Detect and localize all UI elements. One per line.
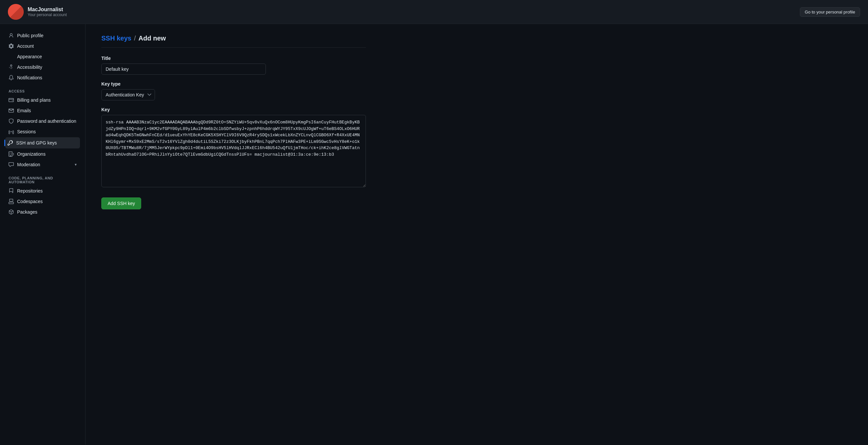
sidebar-item-label: Repositories (17, 188, 43, 194)
sidebar-section-code: Code, planning, and automation (5, 172, 80, 186)
sidebar-item-label: Organizations (17, 151, 45, 157)
sidebar-section-access: Access (5, 85, 80, 95)
key-type-field-group: Key type Authentication Key Signing Key (101, 81, 366, 100)
sidebar-item-password[interactable]: Password and authentication (5, 116, 80, 126)
breadcrumb: SSH keys / Add new (101, 35, 366, 48)
layout: Public profile Account Appearance (0, 24, 868, 445)
sidebar-item-label: Notifications (17, 75, 42, 80)
sidebar-item-organizations[interactable]: Organizations (5, 149, 80, 159)
breadcrumb-current: Add new (138, 35, 166, 42)
title-label: Title (101, 56, 366, 61)
sidebar-item-label: Codespaces (17, 199, 43, 204)
add-ssh-key-button[interactable]: Add SSH key (101, 198, 141, 209)
key-type-label: Key type (101, 81, 366, 87)
sidebar-item-public-profile[interactable]: Public profile (5, 31, 80, 40)
sidebar-item-ssh-gpg[interactable]: SSH and GPG keys (5, 137, 80, 148)
sidebar-access-nav: Billing and plans Emails Password and au… (5, 95, 80, 170)
sidebar-item-label: Password and authentication (17, 118, 76, 124)
sidebar-code-nav: Repositories Codespaces Packages (5, 186, 80, 217)
sidebar-item-label: Account (17, 43, 34, 49)
person-icon (8, 33, 14, 38)
sidebar-item-account[interactable]: Account (5, 41, 80, 51)
codespaces-icon (8, 199, 14, 204)
avatar (8, 4, 24, 20)
sidebar-item-moderation[interactable]: Moderation ▾ (5, 160, 80, 170)
sidebar-item-label: Moderation (17, 162, 40, 167)
sidebar-item-label: Emails (17, 108, 31, 113)
key-icon (7, 140, 13, 146)
mail-icon (8, 108, 14, 113)
credit-card-icon (8, 97, 14, 103)
title-input[interactable] (101, 63, 266, 75)
account-info: MacJournalist Your personal account (28, 7, 67, 17)
bell-icon (8, 75, 14, 80)
key-label: Key (101, 107, 366, 112)
sidebar-item-accessibility[interactable]: Accessibility (5, 62, 80, 72)
key-type-select[interactable]: Authentication Key Signing Key (101, 89, 155, 100)
org-icon (8, 151, 14, 157)
goto-profile-button[interactable]: Go to your personal profile (800, 7, 860, 17)
sidebar-item-appearance[interactable]: Appearance (5, 52, 80, 62)
accessibility-icon (8, 64, 14, 70)
chevron-down-icon: ▾ (75, 162, 77, 167)
account-name: MacJournalist (28, 7, 67, 12)
sidebar-item-notifications[interactable]: Notifications (5, 73, 80, 83)
account-header: MacJournalist Your personal account (8, 4, 67, 20)
sidebar-item-billing[interactable]: Billing and plans (5, 95, 80, 105)
gear-icon (8, 43, 14, 49)
key-textarea[interactable]: ssh-rsa AAAAB3NzaC1yc2EAAAADAQABAAAbgQDd… (101, 115, 366, 187)
sidebar-item-label: Public profile (17, 33, 43, 38)
sidebar-item-label: SSH and GPG keys (16, 140, 57, 146)
sidebar-item-codespaces[interactable]: Codespaces (5, 197, 80, 206)
sidebar-item-packages[interactable]: Packages (5, 207, 80, 217)
repo-icon (8, 188, 14, 194)
account-desc: Your personal account (28, 12, 67, 17)
key-field-group: Key ssh-rsa AAAAB3NzaC1yc2EAAAADAQABAAAb… (101, 107, 366, 188)
active-indicator (4, 140, 5, 146)
sidebar-item-label: Billing and plans (17, 97, 51, 103)
sidebar-item-label: Appearance (17, 54, 42, 59)
sidebar-item-emails[interactable]: Emails (5, 106, 80, 116)
sidebar-item-label: Sessions (17, 129, 36, 134)
sidebar-item-sessions[interactable]: Sessions (5, 127, 80, 137)
package-icon (8, 209, 14, 215)
sidebar-item-label: Packages (17, 209, 37, 215)
breadcrumb-ssh-keys-link[interactable]: SSH keys (101, 35, 131, 42)
shield-icon (8, 118, 14, 124)
title-field-group: Title (101, 56, 366, 75)
sidebar-item-label: Accessibility (17, 64, 42, 70)
paintbrush-icon (8, 54, 14, 59)
top-bar: MacJournalist Your personal account Go t… (0, 0, 868, 24)
sidebar-item-repositories[interactable]: Repositories (5, 186, 80, 196)
sidebar: Public profile Account Appearance (0, 24, 86, 445)
broadcast-icon (8, 129, 14, 134)
breadcrumb-separator: / (134, 35, 136, 42)
comment-icon (8, 162, 14, 167)
main-content: SSH keys / Add new Title Key type Authen… (86, 24, 382, 445)
sidebar-top-nav: Public profile Account Appearance (5, 31, 80, 83)
